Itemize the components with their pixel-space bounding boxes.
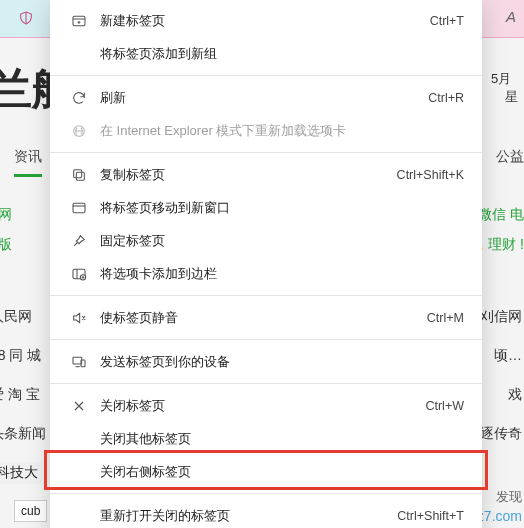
menu-label: 固定标签页 (100, 232, 464, 250)
cub-box: cub (14, 500, 47, 522)
link-taobao[interactable]: 淘宝网 (0, 206, 12, 224)
devices-icon (68, 354, 90, 370)
window-icon (68, 200, 90, 216)
ie-icon (68, 123, 90, 139)
tab-zixun[interactable]: 资讯 (14, 148, 42, 177)
menu-label: 刷新 (100, 89, 428, 107)
list-item[interactable]: 头条新闻 (0, 425, 46, 443)
new-tab-icon (68, 13, 90, 29)
menu-label: 重新打开关闭的标签页 (100, 507, 397, 525)
menu-duplicate-tab[interactable]: 复制标签页 Ctrl+Shift+K (50, 158, 482, 191)
menu-reload-ie-mode: 在 Internet Explorer 模式下重新加载选项卡 (50, 114, 482, 147)
menu-new-tab[interactable]: 新建标签页 Ctrl+T (50, 4, 482, 37)
menu-add-to-sidebar[interactable]: 将选项卡添加到边栏 (50, 257, 482, 290)
pin-icon (68, 233, 90, 249)
svg-rect-7 (73, 357, 82, 364)
menu-separator (50, 152, 482, 153)
list-item[interactable]: 科技大 (0, 462, 42, 484)
menu-add-tab-group[interactable]: 将标签页添加到新组 (50, 37, 482, 70)
tab-gongyi[interactable]: 公益 (496, 148, 524, 177)
menu-shortcut: Ctrl+Shift+T (397, 509, 464, 523)
menu-reopen-closed-tab[interactable]: 重新打开关闭的标签页 Ctrl+Shift+T (50, 499, 482, 528)
menu-label: 关闭标签页 (100, 397, 425, 415)
menu-shortcut: Ctrl+Shift+K (397, 168, 464, 182)
menu-send-to-device[interactable]: 发送标签页到你的设备 (50, 345, 482, 378)
menu-shortcut: Ctrl+W (425, 399, 464, 413)
menu-pin-tab[interactable]: 固定标签页 (50, 224, 482, 257)
list-item[interactable]: 爱 淘 宝 (0, 386, 40, 404)
list-item[interactable]: 人民网 (0, 308, 32, 326)
menu-separator (50, 295, 482, 296)
svg-rect-4 (73, 203, 85, 212)
mute-icon (68, 310, 90, 326)
menu-close-tab[interactable]: 关闭标签页 Ctrl+W (50, 389, 482, 422)
link-shaonian[interactable]: 少年版 (0, 236, 12, 254)
svg-rect-3 (74, 169, 82, 177)
menu-separator (50, 75, 482, 76)
duplicate-icon (68, 167, 90, 183)
refresh-icon (68, 90, 90, 106)
menu-label: 发送标签页到你的设备 (100, 353, 464, 371)
menu-label: 将标签页添加到新组 (100, 45, 464, 63)
menu-separator (50, 383, 482, 384)
svg-rect-2 (76, 172, 84, 180)
menu-label: 在 Internet Explorer 模式下重新加载选项卡 (100, 122, 464, 140)
tab-context-menu: 新建标签页 Ctrl+T 将标签页添加到新组 刷新 Ctrl+R 在 Inter… (50, 0, 482, 528)
menu-label: 新建标签页 (100, 12, 430, 30)
menu-separator (50, 339, 482, 340)
close-icon (68, 398, 90, 414)
menu-move-to-window[interactable]: 将标签页移动到新窗口 (50, 191, 482, 224)
menu-shortcut: Ctrl+T (430, 14, 464, 28)
sidebar-add-icon (68, 266, 90, 282)
menu-shortcut: Ctrl+R (428, 91, 464, 105)
menu-label: 使标签页静音 (100, 309, 427, 327)
menu-refresh[interactable]: 刷新 Ctrl+R (50, 81, 482, 114)
menu-close-other-tabs[interactable]: 关闭其他标签页 (50, 422, 482, 455)
menu-label: 复制标签页 (100, 166, 397, 184)
read-aloud-icon[interactable]: A (506, 8, 516, 25)
date-block: 5月 星 (491, 70, 518, 106)
list-item[interactable]: 58 同 城 (0, 347, 41, 365)
menu-close-right-tabs[interactable]: 关闭右侧标签页 (50, 455, 482, 488)
menu-separator (50, 493, 482, 494)
menu-mute-tab[interactable]: 使标签页静音 Ctrl+M (50, 301, 482, 334)
menu-label: 关闭右侧标签页 (100, 463, 464, 481)
menu-label: 将标签页移动到新窗口 (100, 199, 464, 217)
menu-label: 将选项卡添加到边栏 (100, 265, 464, 283)
menu-label: 关闭其他标签页 (100, 430, 464, 448)
menu-shortcut: Ctrl+M (427, 311, 464, 325)
shield-icon (18, 10, 34, 29)
find-text: 发现 (496, 488, 522, 506)
